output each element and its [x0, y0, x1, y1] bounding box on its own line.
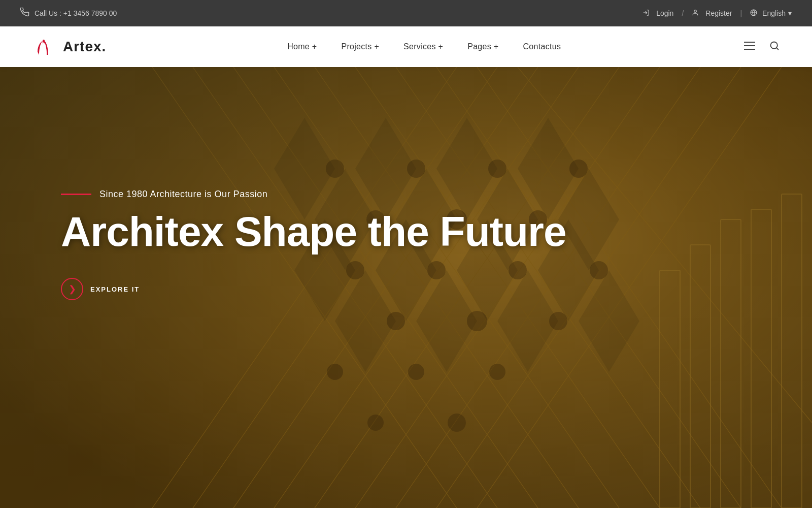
divider: / — [682, 9, 684, 17]
nav-link-services[interactable]: Services + — [403, 42, 443, 51]
explore-button[interactable]: ❯ EXPLORE IT — [61, 278, 566, 300]
search-button[interactable] — [767, 39, 782, 55]
hero-title: Architex Shape the Future — [61, 210, 566, 253]
nav-item-projects[interactable]: Projects + — [341, 42, 379, 51]
nav-link-projects[interactable]: Projects + — [341, 42, 379, 51]
register-icon — [692, 9, 699, 18]
logo[interactable]: Artex. — [30, 34, 106, 60]
chevron-down-icon: ▾ — [788, 9, 792, 17]
nav-item-services[interactable]: Services + — [403, 42, 443, 51]
register-link[interactable]: Register — [705, 9, 732, 17]
svg-line-10 — [776, 47, 779, 49]
login-link[interactable]: Login — [656, 9, 673, 17]
top-bar: Call Us : +1 3456 7890 00 Login / Regist… — [0, 0, 812, 26]
nav-icons — [742, 39, 782, 55]
hero-subtitle-wrapper: Since 1980 Architecture is Our Passion — [61, 189, 566, 200]
arrow-right-icon: ❯ — [69, 283, 76, 295]
separator: | — [740, 9, 742, 17]
top-bar-left: Call Us : +1 3456 7890 00 — [20, 8, 117, 19]
globe-icon — [750, 9, 757, 18]
nav-link-home[interactable]: Home + — [287, 42, 317, 51]
hero-accent-line — [61, 194, 91, 195]
cta-label: EXPLORE IT — [90, 285, 140, 293]
nav-link-contact[interactable]: Contactus — [523, 42, 561, 51]
navbar: Artex. Home + Projects + Services + Page… — [0, 26, 812, 67]
nav-item-pages[interactable]: Pages + — [467, 42, 498, 51]
nav-links: Home + Projects + Services + Pages + Con… — [287, 42, 561, 51]
logo-icon — [30, 34, 57, 60]
hero-subtitle: Since 1980 Architecture is Our Passion — [99, 189, 267, 200]
phone-number: Call Us : +1 3456 7890 00 — [35, 9, 117, 17]
language-label: English — [762, 9, 786, 17]
nav-item-contact[interactable]: Contactus — [523, 42, 561, 51]
menu-button[interactable] — [742, 39, 757, 55]
phone-icon — [20, 8, 29, 19]
hero-section: Since 1980 Architecture is Our Passion A… — [0, 67, 812, 508]
login-icon — [642, 9, 650, 18]
cta-circle-icon: ❯ — [61, 278, 83, 300]
hero-content: Since 1980 Architecture is Our Passion A… — [61, 189, 566, 300]
top-bar-right: Login / Register | English ▾ — [642, 9, 792, 18]
svg-point-1 — [694, 10, 697, 12]
nav-link-pages[interactable]: Pages + — [467, 42, 498, 51]
logo-text: Artex. — [63, 39, 106, 55]
language-selector[interactable]: English ▾ — [762, 9, 792, 17]
nav-item-home[interactable]: Home + — [287, 42, 317, 51]
